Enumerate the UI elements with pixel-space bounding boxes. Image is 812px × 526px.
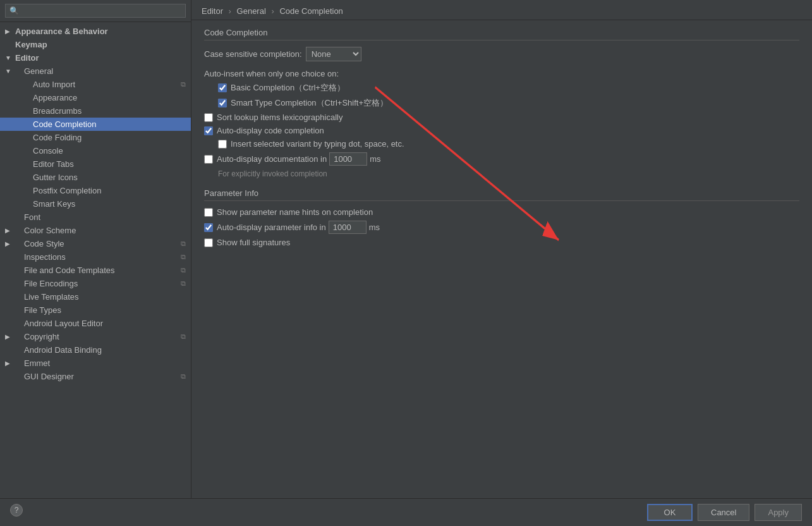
checkbox-basic-completion: Basic Completion（Ctrl+空格） bbox=[218, 82, 799, 94]
insert-variant-checkbox[interactable] bbox=[218, 140, 227, 149]
show-full-signatures-checkbox[interactable] bbox=[204, 238, 213, 247]
case-sensitive-label: Case sensitive completion: bbox=[204, 49, 302, 59]
arrow-icon: ▶ bbox=[5, 333, 14, 340]
sort-lookup-checkbox[interactable] bbox=[204, 113, 213, 122]
sidebar-item-smart-keys[interactable]: Smart Keys bbox=[0, 197, 191, 211]
basic-completion-label: Basic Completion（Ctrl+空格） bbox=[231, 82, 345, 94]
arrow-icon bbox=[5, 187, 14, 194]
main-content: Editor › General › Code Completion bbox=[191, 0, 812, 498]
sidebar-item-code-folding[interactable]: Code Folding bbox=[0, 131, 191, 144]
sidebar-item-console[interactable]: Console bbox=[0, 144, 191, 157]
nav-tree: ▶ Appearance & Behavior Keymap ▼ Editor … bbox=[0, 22, 191, 498]
sidebar-item-appearance-behavior[interactable]: ▶ Appearance & Behavior bbox=[0, 25, 191, 38]
arrow-icon bbox=[5, 41, 14, 48]
sidebar-item-editor[interactable]: ▼ Editor bbox=[0, 51, 191, 64]
arrow-icon bbox=[5, 161, 14, 168]
auto-display-doc-checkbox[interactable] bbox=[204, 155, 213, 164]
sidebar-item-font[interactable]: Font bbox=[0, 211, 191, 224]
auto-display-param-label: Auto-display parameter info in bbox=[217, 223, 326, 232]
sidebar-item-emmet[interactable]: ▶ Emmet bbox=[0, 357, 191, 370]
arrow-icon: ▼ bbox=[5, 68, 14, 75]
sidebar-item-editor-tabs[interactable]: Editor Tabs bbox=[0, 157, 191, 171]
copy-icon: ⧉ bbox=[181, 80, 186, 89]
sidebar-item-code-completion[interactable]: Code Completion bbox=[0, 118, 191, 131]
smart-type-completion-label: Smart Type Completion（Ctrl+Shift+空格） bbox=[231, 97, 388, 109]
arrow-icon bbox=[5, 280, 14, 287]
param-delay-input[interactable] bbox=[329, 221, 367, 234]
copy-icon: ⧉ bbox=[181, 372, 186, 381]
doc-delay-unit: ms bbox=[370, 154, 380, 164]
sidebar-item-file-encodings[interactable]: File Encodings ⧉ bbox=[0, 277, 191, 290]
arrow-icon bbox=[5, 81, 14, 88]
sidebar: ▶ Appearance & Behavior Keymap ▼ Editor … bbox=[0, 0, 191, 498]
checkbox-auto-display-doc: Auto-display documentation in ms bbox=[204, 152, 799, 166]
sidebar-item-keymap[interactable]: Keymap bbox=[0, 38, 191, 51]
show-full-signatures-label: Show full signatures bbox=[217, 238, 290, 247]
sidebar-item-code-style[interactable]: ▶ Code Style ⧉ bbox=[0, 237, 191, 250]
sidebar-item-file-code-templates[interactable]: File and Code Templates ⧉ bbox=[0, 264, 191, 277]
sidebar-item-android-data-binding[interactable]: Android Data Binding bbox=[0, 343, 191, 357]
sidebar-item-breadcrumbs[interactable]: Breadcrumbs bbox=[0, 104, 191, 118]
basic-completion-checkbox[interactable] bbox=[218, 83, 227, 92]
sort-lookup-label: Sort lookup items lexicographically bbox=[217, 113, 342, 122]
smart-type-completion-checkbox[interactable] bbox=[218, 99, 227, 107]
section-code-completion: Code Completion bbox=[204, 28, 799, 40]
search-box bbox=[0, 0, 191, 22]
copy-icon: ⧉ bbox=[181, 333, 186, 341]
arrow-icon bbox=[5, 134, 14, 141]
sidebar-item-file-types[interactable]: File Types bbox=[0, 303, 191, 317]
arrow-icon bbox=[5, 121, 14, 128]
sidebar-item-color-scheme[interactable]: ▶ Color Scheme bbox=[0, 224, 191, 237]
search-input[interactable] bbox=[5, 4, 186, 18]
cancel-button[interactable]: Cancel bbox=[698, 504, 749, 521]
content-wrapper: Code Completion Case sensitive completio… bbox=[191, 20, 812, 498]
sidebar-item-general[interactable]: ▼ General bbox=[0, 64, 191, 78]
auto-insert-label: Auto-insert when only one choice on: bbox=[204, 69, 799, 78]
arrow-icon bbox=[5, 254, 14, 260]
doc-delay-input[interactable] bbox=[329, 152, 367, 166]
sidebar-item-gui-designer[interactable]: GUI Designer ⧉ bbox=[0, 370, 191, 383]
sidebar-item-postfix-completion[interactable]: Postfix Completion bbox=[0, 184, 191, 197]
arrow-icon bbox=[5, 107, 14, 114]
sidebar-item-appearance[interactable]: Appearance bbox=[0, 91, 191, 104]
section-parameter-info: Parameter Info bbox=[204, 188, 799, 201]
show-param-hints-label: Show parameter name hints on completion bbox=[217, 207, 373, 217]
checkbox-show-param-hints: Show parameter name hints on completion bbox=[204, 207, 799, 217]
arrow-icon bbox=[5, 94, 14, 101]
arrow-icon bbox=[5, 214, 14, 221]
sidebar-item-copyright[interactable]: ▶ Copyright ⧉ bbox=[0, 330, 191, 343]
auto-display-completion-checkbox[interactable] bbox=[204, 126, 213, 135]
arrow-icon bbox=[5, 174, 14, 181]
arrow-icon: ▶ bbox=[5, 240, 14, 247]
auto-display-completion-label: Auto-display code completion bbox=[217, 126, 324, 135]
show-param-hints-checkbox[interactable] bbox=[204, 208, 213, 217]
apply-button[interactable]: Apply bbox=[754, 504, 802, 521]
breadcrumb: Editor › General › Code Completion bbox=[191, 0, 812, 20]
auto-display-doc-label: Auto-display documentation in bbox=[217, 154, 327, 164]
sidebar-item-auto-import[interactable]: Auto Import ⧉ bbox=[0, 78, 191, 91]
sidebar-item-gutter-icons[interactable]: Gutter Icons bbox=[0, 171, 191, 184]
param-delay-unit: ms bbox=[369, 223, 380, 232]
arrow-icon: ▶ bbox=[5, 28, 14, 35]
copy-icon: ⧉ bbox=[181, 279, 186, 288]
checkbox-auto-display-completion: Auto-display code completion bbox=[204, 126, 799, 135]
sidebar-item-inspections[interactable]: Inspections ⧉ bbox=[0, 250, 191, 264]
copy-icon: ⧉ bbox=[181, 240, 186, 248]
copy-icon: ⧉ bbox=[181, 253, 186, 261]
ok-button[interactable]: OK bbox=[647, 504, 693, 521]
arrow-icon: ▶ bbox=[5, 227, 14, 234]
arrow-icon bbox=[5, 346, 14, 353]
settings-content: Code Completion Case sensitive completio… bbox=[191, 20, 812, 498]
sidebar-item-android-layout-editor[interactable]: Android Layout Editor bbox=[0, 317, 191, 330]
arrow-icon bbox=[5, 293, 14, 300]
hint-text: For explicitly invoked completion bbox=[218, 169, 799, 178]
case-sensitive-select[interactable]: None All First letter bbox=[306, 47, 361, 61]
help-button[interactable]: ? bbox=[10, 504, 23, 517]
arrow-icon bbox=[5, 147, 14, 154]
sidebar-item-live-templates[interactable]: Live Templates bbox=[0, 290, 191, 303]
auto-display-param-checkbox[interactable] bbox=[204, 223, 213, 232]
settings-dialog: ▶ Appearance & Behavior Keymap ▼ Editor … bbox=[0, 0, 812, 526]
checkbox-smart-type-completion: Smart Type Completion（Ctrl+Shift+空格） bbox=[218, 97, 799, 109]
arrow-icon bbox=[5, 307, 14, 314]
copy-icon: ⧉ bbox=[181, 266, 186, 274]
